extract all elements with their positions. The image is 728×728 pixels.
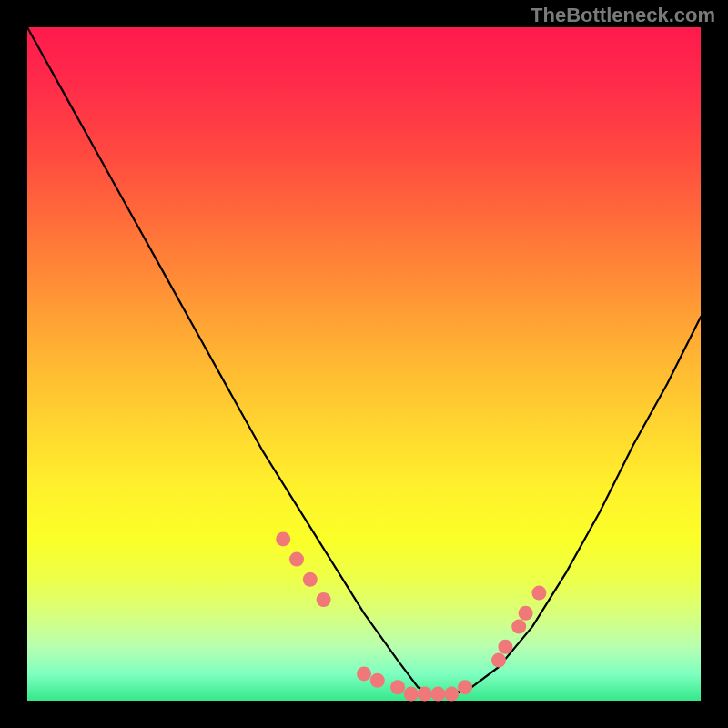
highlight-dot xyxy=(370,673,385,688)
highlight-dot xyxy=(317,592,331,607)
highlight-dot xyxy=(430,687,445,702)
curve-group xyxy=(27,27,701,694)
watermark-text: TheBottleneck.com xyxy=(531,4,715,27)
highlight-dot xyxy=(404,687,419,702)
highlight-dot xyxy=(519,606,533,621)
highlight-dot xyxy=(498,640,512,654)
highlight-dot xyxy=(444,687,459,702)
highlight-dot xyxy=(531,586,546,601)
bottleneck-curve-line xyxy=(27,27,701,694)
highlight-dots-group xyxy=(276,531,546,701)
highlight-dot xyxy=(511,620,526,634)
highlight-dot xyxy=(491,653,506,668)
chart-svg xyxy=(27,27,701,701)
highlight-dot xyxy=(458,680,472,694)
highlight-dot xyxy=(276,531,290,546)
highlight-dot xyxy=(303,572,318,587)
highlight-dot xyxy=(418,687,432,702)
highlight-dot xyxy=(289,552,304,567)
chart-plot-area xyxy=(27,27,701,701)
highlight-dot xyxy=(357,666,371,681)
highlight-dot xyxy=(390,680,405,694)
